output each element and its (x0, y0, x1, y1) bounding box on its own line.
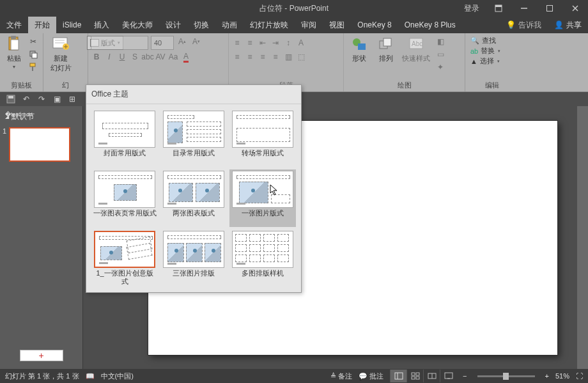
font-size-select[interactable]: 40 (151, 36, 174, 50)
shape-fill-button[interactable]: ◧ (435, 36, 446, 47)
select-button[interactable]: ▲选择▾ (470, 56, 514, 66)
layout-option-multi-pic[interactable]: 多图排版样机 (229, 230, 296, 287)
layout-option-one-chart[interactable]: 一张图表页常用版式 (91, 169, 158, 227)
layout-option-cover[interactable]: 封面常用版式 (91, 109, 158, 167)
zoom-out-button[interactable]: − (463, 372, 467, 380)
tab-design[interactable]: 设计 (159, 17, 187, 33)
shapes-button[interactable]: 形状 (346, 35, 372, 65)
vertical-scrollbar[interactable] (577, 106, 588, 369)
layout-option-label: 一张图片版式 (242, 209, 284, 226)
share-button[interactable]: 👤 共享 (548, 17, 588, 33)
shadow-button[interactable]: abc (142, 51, 153, 63)
save-button[interactable] (5, 93, 17, 105)
slide-panel: �testimon ◢ 默认节 1 + (0, 106, 83, 369)
tab-onekey8plus[interactable]: OneKey 8 Plus (398, 17, 462, 33)
tab-transition[interactable]: 切换 (187, 17, 215, 33)
arrange-button[interactable]: 排列 (373, 35, 399, 65)
zoom-in-button[interactable]: + (545, 372, 549, 380)
spellcheck-icon[interactable]: 📖 (86, 372, 95, 380)
increase-font-button[interactable]: A▴ (176, 36, 188, 47)
columns-button[interactable]: ▥ (282, 51, 294, 63)
align-left-button[interactable]: ≡ (231, 51, 243, 63)
lightbulb-icon: 💡 (506, 20, 516, 29)
layout-option-transition[interactable]: 转场常用版式 (229, 109, 296, 167)
title-bar: 占位符 - PowerPoint 登录 (0, 0, 588, 17)
reading-view-button[interactable] (423, 370, 440, 382)
line-spacing-button[interactable]: ↕ (282, 37, 294, 49)
decrease-font-button[interactable]: A▾ (190, 36, 202, 47)
layout-dropdown-panel: Office 主题 封面常用版式目录常用版式转场常用版式一张图表页常用版式两张图… (86, 84, 302, 293)
tab-view[interactable]: 视图 (323, 17, 351, 33)
share-label: 共享 (566, 20, 582, 31)
tab-slideshow[interactable]: 幻灯片放映 (244, 17, 295, 33)
shape-outline-button[interactable]: ▭ (435, 49, 446, 60)
chevron-down-icon: ◢ (5, 114, 9, 120)
layout-option-one-pic-creative[interactable]: 1_一张图片创意版式 (91, 230, 158, 287)
slide-sorter-button[interactable] (406, 370, 423, 382)
replace-button[interactable]: ab替换▾ (470, 46, 514, 56)
normal-view-button[interactable] (390, 370, 406, 382)
italic-button[interactable]: I (104, 51, 115, 63)
arrange-icon (378, 36, 394, 52)
find-button[interactable]: 🔍查找 (470, 36, 514, 45)
bold-button[interactable]: B (91, 51, 102, 63)
section-label: 默认节 (12, 111, 35, 122)
zoom-label[interactable]: 51% (555, 372, 569, 380)
redo-button[interactable]: ↷ (36, 93, 47, 105)
tab-home[interactable]: 开始 (28, 17, 56, 33)
tab-insert[interactable]: 插入 (88, 17, 116, 33)
font-family-select[interactable] (91, 36, 148, 50)
underline-button[interactable]: U (116, 51, 128, 63)
format-painter-button[interactable] (27, 61, 39, 73)
cut-button[interactable]: ✂ (27, 36, 39, 47)
align-right-button[interactable]: ≡ (257, 51, 268, 63)
font-color-button[interactable]: A (180, 51, 192, 63)
layout-option-one-pic[interactable]: 一张图片版式 (229, 169, 296, 227)
tab-review[interactable]: 审阅 (295, 17, 323, 33)
add-slide-button[interactable]: + (20, 350, 63, 361)
notes-button[interactable]: ≜ 备注 (330, 371, 352, 381)
font-case-button[interactable]: Aa (167, 51, 179, 63)
bullets-button[interactable]: ≡ (231, 37, 243, 49)
layout-option-three-pic[interactable]: 三张图片排版 (160, 230, 227, 287)
language-label[interactable]: 中文(中国) (101, 371, 134, 381)
replace-icon: ab (470, 47, 478, 55)
layout-option-contents[interactable]: 目录常用版式 (160, 109, 227, 167)
tab-animation[interactable]: 动画 (215, 17, 244, 33)
copy-button[interactable] (27, 49, 39, 60)
qat-extra2[interactable]: ⊞ (66, 93, 78, 105)
svg-rect-31 (412, 377, 415, 379)
undo-button[interactable]: ↶ (20, 93, 32, 105)
shape-effects-button[interactable]: ✦ (435, 61, 446, 73)
svg-rect-32 (416, 377, 419, 379)
slide-thumbnail-1[interactable] (9, 127, 70, 162)
paste-button[interactable]: 粘贴 ▼ (3, 35, 25, 70)
numbering-button[interactable]: ≡ (244, 37, 256, 49)
window-title: 占位符 - PowerPoint (0, 3, 588, 14)
tab-islide[interactable]: iSlide (56, 17, 88, 33)
align-center-button[interactable]: ≡ (244, 51, 256, 63)
slideshow-button[interactable] (440, 370, 456, 382)
svg-text:Abc: Abc (412, 40, 422, 47)
qat-extra1[interactable]: ▣ (51, 93, 63, 105)
new-slide-button[interactable]: 新建 幻灯片 (46, 35, 75, 74)
smartart-button[interactable]: ⬚ (295, 51, 307, 63)
char-spacing-button[interactable]: AV (155, 51, 166, 63)
text-direction-button[interactable]: A (295, 37, 307, 49)
decrease-indent-button[interactable]: ⇤ (257, 37, 268, 49)
increase-indent-button[interactable]: ⇥ (270, 37, 281, 49)
comments-button[interactable]: 💬 批注 (359, 371, 383, 381)
tab-beautify[interactable]: 美化大师 (116, 17, 159, 33)
layout-option-label: 目录常用版式 (173, 149, 215, 166)
tab-onekey8[interactable]: OneKey 8 (351, 17, 398, 33)
section-header[interactable]: ◢ 默认节 (3, 110, 80, 123)
zoom-slider[interactable] (477, 375, 535, 377)
svg-rect-8 (11, 36, 16, 39)
strike-button[interactable]: S (129, 51, 141, 63)
justify-button[interactable]: ≡ (270, 51, 281, 63)
fit-to-window-button[interactable]: ⛶ (576, 372, 583, 380)
layout-option-two-chart[interactable]: 两张图表版式 (160, 169, 227, 227)
quick-styles-button[interactable]: Abc 快速样式 (400, 35, 432, 65)
tab-file[interactable]: 文件 (0, 17, 28, 33)
tell-me-input[interactable]: 💡 告诉我 (500, 17, 548, 33)
